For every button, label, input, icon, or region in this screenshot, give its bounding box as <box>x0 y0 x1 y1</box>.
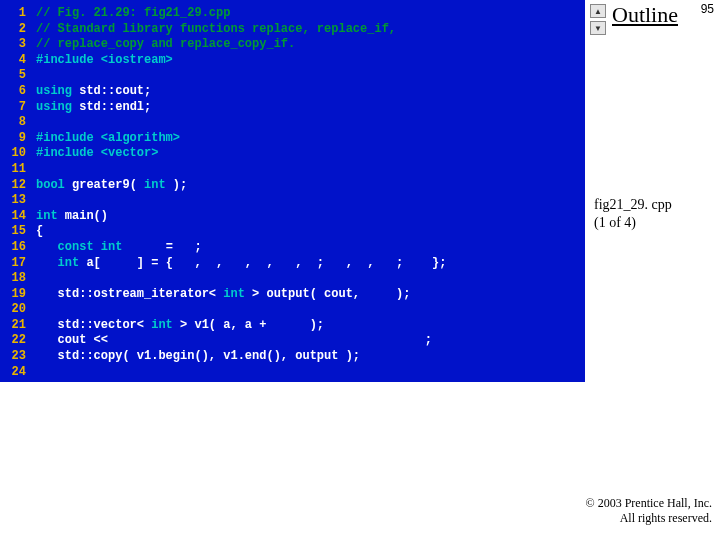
caption-line-2: (1 of 4) <box>594 214 672 232</box>
code-line: 13 <box>4 193 577 209</box>
code-line: 5 <box>4 68 577 84</box>
line-number: 8 <box>4 115 26 131</box>
line-number: 12 <box>4 178 26 194</box>
code-line: 17 int a[ ] = { , , , , , ; , , ; }; <box>4 256 577 272</box>
line-number: 7 <box>4 100 26 116</box>
line-number: 4 <box>4 53 26 69</box>
line-number: 1 <box>4 6 26 22</box>
code-text: std::copy( v1.begin(), v1.end(), output … <box>36 349 360 365</box>
line-number: 22 <box>4 333 26 349</box>
code-text: using std::endl; <box>36 100 151 116</box>
code-text: // replace_copy and replace_copy_if. <box>36 37 295 53</box>
code-text: const int = ; <box>36 240 202 256</box>
code-line: 19 std::ostream_iterator< int > output( … <box>4 287 577 303</box>
line-number: 17 <box>4 256 26 272</box>
line-number: 14 <box>4 209 26 225</box>
code-line: 7using std::endl; <box>4 100 577 116</box>
code-line: 6using std::cout; <box>4 84 577 100</box>
code-text: #include <algorithm> <box>36 131 180 147</box>
code-text: using std::cout; <box>36 84 151 100</box>
nav-down-button[interactable]: ▼ <box>590 21 606 35</box>
caption-line-1: fig21_29. cpp <box>594 196 672 214</box>
code-text: int main() <box>36 209 108 225</box>
code-line: 11 <box>4 162 577 178</box>
code-panel: 1// Fig. 21.29: fig21_29.cpp2// Standard… <box>0 0 585 382</box>
line-number: 5 <box>4 68 26 84</box>
code-line: 20 <box>4 302 577 318</box>
code-line: 22 cout << ; <box>4 333 577 349</box>
code-line: 4#include <iostream> <box>4 53 577 69</box>
line-number: 11 <box>4 162 26 178</box>
line-number: 10 <box>4 146 26 162</box>
line-number: 16 <box>4 240 26 256</box>
code-line: 8 <box>4 115 577 131</box>
line-number: 23 <box>4 349 26 365</box>
outline-link[interactable]: Outline <box>612 2 678 28</box>
code-line: 23 std::copy( v1.begin(), v1.end(), outp… <box>4 349 577 365</box>
code-text: #include <vector> <box>36 146 158 162</box>
line-number: 21 <box>4 318 26 334</box>
code-text: cout << ; <box>36 333 432 349</box>
code-line: 14int main() <box>4 209 577 225</box>
code-text: #include <iostream> <box>36 53 173 69</box>
code-line: 3// replace_copy and replace_copy_if. <box>4 37 577 53</box>
code-line: 12bool greater9( int ); <box>4 178 577 194</box>
nav-controls: ▲ ▼ <box>590 4 608 38</box>
code-line: 1// Fig. 21.29: fig21_29.cpp <box>4 6 577 22</box>
copyright-line-2: All rights reserved. <box>586 511 712 526</box>
code-text: int a[ ] = { , , , , , ; , , ; }; <box>36 256 446 272</box>
line-number: 3 <box>4 37 26 53</box>
code-line: 21 std::vector< int > v1( a, a + ); <box>4 318 577 334</box>
nav-up-button[interactable]: ▲ <box>590 4 606 18</box>
line-number: 6 <box>4 84 26 100</box>
line-number: 19 <box>4 287 26 303</box>
code-line: 15{ <box>4 224 577 240</box>
code-text: // Fig. 21.29: fig21_29.cpp <box>36 6 230 22</box>
code-text: // Standard library functions replace, r… <box>36 22 396 38</box>
copyright-line-1: © 2003 Prentice Hall, Inc. <box>586 496 712 511</box>
line-number: 13 <box>4 193 26 209</box>
code-line: 16 const int = ; <box>4 240 577 256</box>
line-number: 2 <box>4 22 26 38</box>
slide-caption: fig21_29. cpp (1 of 4) <box>594 196 672 232</box>
line-number: 9 <box>4 131 26 147</box>
code-line: 10#include <vector> <box>4 146 577 162</box>
code-text: std::ostream_iterator< int > output( cou… <box>36 287 410 303</box>
code-text: std::vector< int > v1( a, a + ); <box>36 318 324 334</box>
page-number: 95 <box>701 2 714 16</box>
line-number: 24 <box>4 365 26 381</box>
code-line: 2// Standard library functions replace, … <box>4 22 577 38</box>
line-number: 15 <box>4 224 26 240</box>
code-line: 9#include <algorithm> <box>4 131 577 147</box>
code-line: 18 <box>4 271 577 287</box>
code-text: { <box>36 224 43 240</box>
line-number: 20 <box>4 302 26 318</box>
copyright-notice: © 2003 Prentice Hall, Inc. All rights re… <box>586 496 712 526</box>
code-text: bool greater9( int ); <box>36 178 187 194</box>
code-line: 24 <box>4 365 577 381</box>
line-number: 18 <box>4 271 26 287</box>
